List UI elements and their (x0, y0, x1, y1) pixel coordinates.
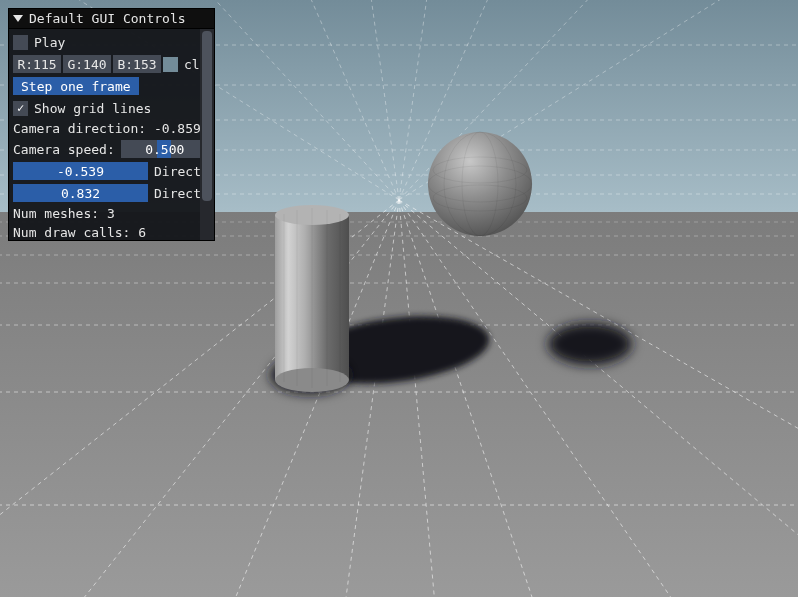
cylinder-mesh (275, 205, 349, 392)
camera-direction-text: Camera direction: -0.8593, (13, 121, 210, 136)
play-checkbox[interactable] (13, 35, 28, 50)
clear-color-swatch[interactable] (163, 57, 178, 72)
viewport[interactable]: Default GUI Controls Play R:115 G:140 B:… (0, 0, 798, 597)
camera-speed-slider[interactable]: 0.500 (121, 140, 209, 158)
show-grid-checkbox[interactable] (13, 101, 28, 116)
svg-point-32 (548, 323, 632, 365)
panel-scrollbar-thumb[interactable] (202, 31, 212, 201)
step-one-frame-button[interactable]: Step one frame (13, 77, 139, 95)
collapse-arrow-icon[interactable] (13, 15, 23, 22)
camera-speed-value: 0.500 (121, 140, 209, 158)
show-grid-label: Show grid lines (34, 101, 151, 116)
camera-speed-label: Camera speed: (13, 142, 115, 157)
panel-titlebar[interactable]: Default GUI Controls (9, 9, 214, 29)
play-label: Play (34, 35, 65, 50)
clear-color-r[interactable]: R:115 (13, 55, 61, 73)
direction-0-value: -0.539 (57, 164, 104, 179)
clear-color-b[interactable]: B:153 (113, 55, 161, 73)
clear-color-g[interactable]: G:140 (63, 55, 111, 73)
panel-title: Default GUI Controls (29, 11, 186, 26)
sphere-mesh (428, 132, 532, 236)
direction-0-drag[interactable]: -0.539 (13, 162, 148, 180)
svg-rect-1 (0, 212, 798, 597)
num-draw-calls-text: Num draw calls: 6 (13, 225, 210, 240)
gui-controls-panel[interactable]: Default GUI Controls Play R:115 G:140 B:… (8, 8, 215, 241)
num-meshes-text: Num meshes: 3 (13, 206, 210, 221)
panel-scrollbar[interactable] (200, 29, 214, 240)
direction-1-drag[interactable]: 0.832 (13, 184, 148, 202)
direction-1-value: 0.832 (61, 186, 100, 201)
